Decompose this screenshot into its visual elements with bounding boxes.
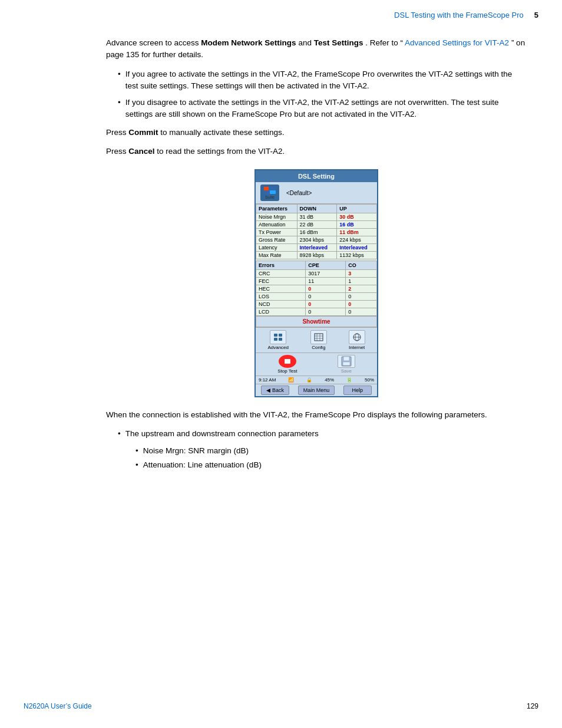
sub-bullet-1: Noise Mrgn: SNR margin (dB) [135, 445, 527, 457]
param-up: 224 kbps [337, 236, 377, 244]
advanced-icon [270, 330, 286, 344]
device-top-row: Suite <Default> [256, 182, 377, 204]
stop-svg [280, 355, 295, 368]
header-title: DSL Testing with the FrameScope Pro [394, 11, 524, 19]
error-label: LOS [256, 293, 306, 301]
suite-icon-inner: Suite [263, 186, 276, 199]
error-label: FEC [256, 278, 306, 285]
up-col-header: UP [337, 205, 377, 213]
cancel-rest: to read the settings from the VIT-A2. [157, 147, 285, 156]
footer-right-text: 129 [527, 702, 538, 710]
param-col-header: Parameters [256, 205, 297, 213]
save-label: Save [341, 368, 352, 374]
internet-button[interactable]: Internet [349, 330, 365, 350]
param-label: Max Rate [256, 252, 297, 259]
status-lock-icon: 🔒 [306, 377, 312, 383]
device-actions-row: Advanced Config [256, 327, 377, 353]
advanced-label: Advanced [267, 345, 289, 350]
commit-bold: Commit [128, 128, 158, 137]
error-co: 0 [346, 308, 377, 316]
save-button[interactable]: Save [338, 355, 355, 374]
advanced-button[interactable]: Advanced [267, 330, 289, 350]
svg-rect-3 [279, 338, 282, 341]
table-row: Latency Interleaved Interleaved [256, 244, 377, 252]
cpe-col-header: CPE [306, 261, 346, 270]
intro-text-start: Advance screen to access [106, 38, 201, 47]
stop-test-label: Stop Test [277, 368, 297, 374]
bottom-buttons-row: Stop Test Save [256, 353, 377, 375]
error-co: 0 [346, 301, 377, 308]
page-container: DSL Testing with the FrameScope Pro 5 Ad… [0, 0, 562, 728]
error-label: NCD [256, 301, 306, 308]
param-down: 22 dB [297, 221, 337, 229]
param-up: 1132 kbps [337, 252, 377, 259]
cancel-bold: Cancel [128, 147, 154, 156]
commit-rest: to manually activate these settings. [160, 128, 284, 137]
error-row: LCD 0 0 [256, 308, 377, 316]
config-label: Config [312, 345, 325, 350]
after-bullet-1-text: The upstream and downstream connection p… [125, 428, 319, 440]
bold-modem: Modem Network Settings [201, 38, 296, 47]
bullet1-text: If you agree to activate the settings in… [125, 68, 527, 93]
error-row: HEC 0 2 [256, 285, 377, 293]
press-cancel-text: Press [106, 147, 128, 156]
suite-label: Suite [265, 195, 275, 199]
footer-left-text: N2620A User’s Guide [24, 702, 92, 710]
internet-icon [349, 330, 365, 344]
advanced-svg [273, 333, 283, 341]
press-commit-paragraph: Press Commit to manually activate these … [106, 127, 527, 139]
table-row: Noise Mrgn 31 dB 30 dB [256, 213, 377, 221]
error-label: HEC [256, 285, 306, 293]
error-row: LOS 0 0 [256, 293, 377, 301]
table-row: Max Rate 8928 kbps 1132 kbps [256, 252, 377, 259]
bold-test: Test Settings [314, 38, 363, 47]
device-screen: DSL Setting Suite <Default> [254, 169, 378, 397]
bullet-item-2: If you disagree to activate the settings… [118, 97, 527, 121]
co-col-header: CO [346, 261, 377, 270]
help-button[interactable]: Help [343, 386, 372, 395]
error-cpe: 11 [306, 278, 346, 285]
intro-and: and [298, 38, 313, 47]
error-co: 0 [346, 293, 377, 301]
down-col-header: DOWN [297, 205, 337, 213]
error-co: 2 [346, 285, 377, 293]
param-label: Tx Power [256, 229, 297, 236]
internet-svg [352, 333, 362, 341]
param-up: 16 dB [337, 221, 377, 229]
param-up: 11 dBm [337, 229, 377, 236]
param-label: Gross Rate [256, 236, 297, 244]
stop-test-button[interactable]: Stop Test [277, 355, 297, 374]
error-co: 3 [346, 270, 377, 278]
error-label: LCD [256, 308, 306, 316]
error-label: CRC [256, 270, 306, 278]
suite-icon-detail [270, 190, 276, 194]
svg-rect-4 [315, 334, 323, 341]
advanced-settings-link[interactable]: Advanced Settings for VIT-A2 [405, 38, 509, 47]
sub-bullet-list: Noise Mrgn: SNR margin (dB) Attenuation:… [135, 445, 527, 472]
back-nav-button[interactable]: ◀ Back [261, 386, 289, 395]
page-footer: N2620A User’s Guide 129 [0, 702, 562, 710]
main-menu-button[interactable]: Main Menu [298, 386, 335, 395]
config-icon [310, 330, 327, 344]
svg-rect-15 [343, 357, 349, 361]
internet-label: Internet [349, 345, 365, 350]
status-time: 9:12 AM [259, 377, 276, 383]
error-cpe: 0 [306, 293, 346, 301]
after-bullet-1: The upstream and downstream connection p… [118, 428, 527, 440]
errors-col-header: Errors [256, 261, 306, 270]
suite-icon-bg [263, 186, 276, 195]
save-svg [340, 356, 352, 367]
page-header: DSL Testing with the FrameScope Pro 5 [0, 0, 562, 25]
error-cpe: 3017 [306, 270, 346, 278]
status-signal-icon: 📶 [288, 377, 294, 383]
param-down: 16 dBm [297, 229, 337, 236]
sub-bullet-1-text: Noise Mrgn: SNR margin (dB) [143, 445, 249, 457]
intro-paragraph: Advance screen to access Modem Network S… [106, 37, 527, 61]
config-svg [314, 333, 323, 341]
table-row: Tx Power 16 dBm 11 dBm [256, 229, 377, 236]
param-label: Latency [256, 244, 297, 252]
bullet2-text: If you disagree to activate the settings… [125, 97, 527, 121]
svg-rect-0 [274, 334, 277, 337]
header-page-num: 5 [534, 11, 538, 19]
config-button[interactable]: Config [310, 330, 327, 350]
